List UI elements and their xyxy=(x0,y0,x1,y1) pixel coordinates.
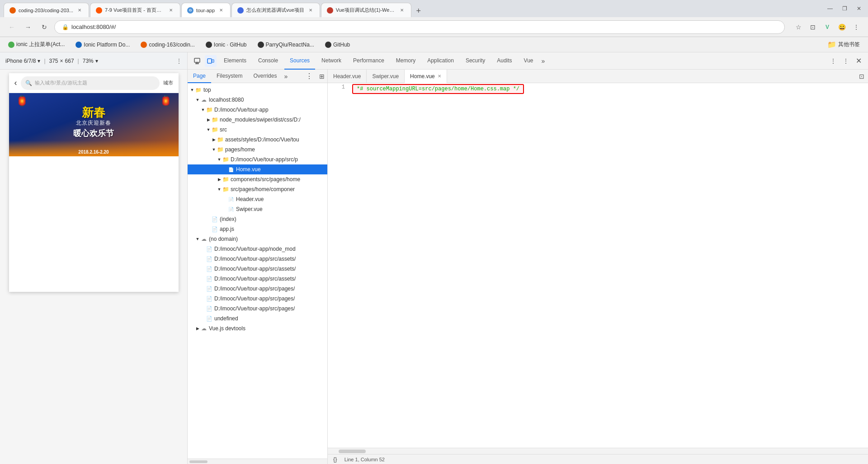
tree-item-src[interactable]: ▼ 📁 src xyxy=(188,125,327,135)
tree-item-full-path[interactable]: ▼ 📁 D:/imooc/Vue/tour-app/src/p xyxy=(188,155,327,164)
tree-item-src-pages-home[interactable]: ▼ 📁 src/pages/home/componer xyxy=(188,184,327,194)
device-toolbar-more[interactable]: ⋮ xyxy=(176,58,182,64)
phone-back-button[interactable]: ‹ xyxy=(14,78,17,88)
minimize-button[interactable]: — xyxy=(825,3,835,14)
zoom-dropdown-icon: ▾ xyxy=(95,58,98,64)
bookmark-star-icon[interactable]: ☆ xyxy=(792,21,805,33)
tab-vue-project[interactable]: 7-9 Vue项目首页 - 首页父... ✕ xyxy=(90,3,180,17)
tab-application[interactable]: Application xyxy=(422,52,459,70)
code-tab-home[interactable]: Home.vue ✕ xyxy=(405,70,447,83)
tab-sources[interactable]: Sources xyxy=(284,52,315,70)
sidebar-scrollbar-x[interactable] xyxy=(188,459,327,464)
tab-coding-203[interactable]: coding-203/coding-203... ✕ xyxy=(4,3,89,17)
tree-item-components[interactable]: ▶ 📁 components/src/pages/home xyxy=(188,174,327,184)
bookmark-ionic-platform[interactable]: Ionic Platform Do... xyxy=(73,40,132,49)
tree-item-assets[interactable]: ▶ 📁 assets/styles/D:/imooc/Vue/tou xyxy=(188,135,327,145)
tree-item-vue-devtools[interactable]: ▶ ☁ Vue.js devtools xyxy=(188,323,327,333)
vue-devtools-icon[interactable]: V xyxy=(821,21,834,33)
code-tab-swiper[interactable]: Swiper.vue xyxy=(367,70,405,83)
devtools-more-options-icon[interactable]: ⋮ xyxy=(840,55,852,67)
tree-item-undefined[interactable]: 📄 undefined xyxy=(188,314,327,323)
bookmark-coding163[interactable]: coding-163/codin... xyxy=(138,40,197,49)
tree-arrow-src: ▼ xyxy=(206,127,211,132)
file-icon-appjs: 📄 xyxy=(211,225,218,233)
tree-item-file-4[interactable]: 📄 D:/imooc/Vue/tour-app/src/assets/ xyxy=(188,274,327,284)
svg-rect-3 xyxy=(208,59,212,63)
tree-item-file-5[interactable]: 📄 D:/imooc/Vue/tour-app/src/pages/ xyxy=(188,284,327,294)
inspect-element-button[interactable] xyxy=(191,55,203,67)
tree-arrow-assets: ▶ xyxy=(211,137,217,142)
tab-close-3[interactable]: ✕ xyxy=(217,7,225,14)
sidebar-tab-overrides[interactable]: Overrides xyxy=(248,70,282,83)
tree-item-swiper-vue[interactable]: 📄 Swiper.vue xyxy=(188,204,327,214)
folder-icon-src: 📁 xyxy=(211,126,218,133)
sidebar-panel-toggle[interactable]: ⊡ xyxy=(859,73,864,80)
tab-vue[interactable]: Vue xyxy=(519,52,539,70)
bookmark-ionic[interactable]: ionic 上拉菜单(Act... xyxy=(5,39,67,50)
tree-item-file-6[interactable]: 📄 D:/imooc/Vue/tour-app/src/pages/ xyxy=(188,294,327,304)
reload-button[interactable]: ↻ xyxy=(38,21,51,33)
banner-text-sub: 北京庆迎新春 xyxy=(73,119,114,127)
code-scrollbar-x[interactable] xyxy=(328,448,868,454)
tree-item-node-modules[interactable]: ▶ 📁 node_modules/swiper/dist/css/D:/ xyxy=(188,115,327,125)
sidebar-tab-page[interactable]: Page xyxy=(188,70,211,83)
tab-performance[interactable]: Performance xyxy=(348,52,390,70)
devtools-close-button[interactable]: ✕ xyxy=(853,55,864,67)
tree-item-no-domain[interactable]: ▼ ☁ (no domain) xyxy=(188,234,327,244)
back-button[interactable]: ← xyxy=(5,21,18,33)
tree-item-file-3[interactable]: 📄 D:/imooc/Vue/tour-app/src/assets/ xyxy=(188,264,327,274)
tab-close-4[interactable]: ✕ xyxy=(307,7,314,14)
devtools-settings-icon[interactable]: ⋮ xyxy=(827,55,839,67)
tab-tour-app[interactable]: G tour-app ✕ xyxy=(181,3,231,17)
sidebar-tabs-more[interactable]: » xyxy=(282,70,289,83)
bookmark-ionic-github[interactable]: Ionic · GitHub xyxy=(203,40,250,49)
tree-item-pages-home[interactable]: ▼ 📁 pages/home xyxy=(188,145,327,155)
tab-network[interactable]: Network xyxy=(316,52,347,70)
phone-search-bar[interactable]: 🔍 输入城市/景点/游玩主题 xyxy=(21,76,160,90)
tree-item-localhost[interactable]: ▼ ☁ localhost:8080 xyxy=(188,95,327,105)
device-mode-button[interactable] xyxy=(205,55,217,67)
tab-audits[interactable]: Audits xyxy=(491,52,517,70)
maximize-button[interactable]: ❐ xyxy=(839,3,850,14)
code-tab-header[interactable]: Header.vue xyxy=(328,70,367,83)
new-tab-button[interactable]: + xyxy=(412,5,425,17)
sidebar-toggle-panel[interactable]: ⊞ xyxy=(316,70,327,83)
tree-item-file-2[interactable]: 📄 D:/imooc/Vue/tour-app/src/assets/ xyxy=(188,254,327,264)
sidebar-tab-filesystem[interactable]: Filesystem xyxy=(211,70,248,83)
bookmark-parryqiu[interactable]: ParryQiu/ReactNa... xyxy=(255,40,317,49)
other-bookmarks[interactable]: 📁 其他书签 xyxy=(825,39,863,50)
forward-button[interactable]: → xyxy=(22,21,34,33)
tab-bar: coding-203/coding-203... ✕ 7-9 Vue项目首页 -… xyxy=(4,0,821,17)
code-tab-close-home[interactable]: ✕ xyxy=(438,74,441,79)
tab-close-1[interactable]: ✕ xyxy=(76,7,83,14)
tree-item-index[interactable]: 📄 (index) xyxy=(188,214,327,224)
tab-close-2[interactable]: ✕ xyxy=(167,7,175,14)
tree-item-top[interactable]: ▼ 📁 top xyxy=(188,85,327,95)
phone-city-button[interactable]: 城市 xyxy=(163,80,173,86)
emoji-icon[interactable]: 😀 xyxy=(835,21,848,33)
tab-debug-vue[interactable]: 怎么在浏览器调试vue项目 ✕ xyxy=(231,3,320,17)
tab-security[interactable]: Security xyxy=(460,52,491,70)
bookmark-github[interactable]: GitHub xyxy=(322,40,353,49)
bookmark-label-1: ionic 上拉菜单(Act... xyxy=(16,41,65,48)
tab-close-5[interactable]: ✕ xyxy=(398,7,406,14)
cast-icon[interactable]: ⊡ xyxy=(807,21,819,33)
format-icon[interactable]: {} xyxy=(333,456,337,463)
sidebar-more-options[interactable]: ⋮ xyxy=(302,70,316,83)
address-input[interactable]: 🔒 localhost:8080/#/ xyxy=(54,20,785,34)
tree-item-home-vue[interactable]: 📄 Home.vue xyxy=(188,164,327,174)
tree-item-header-vue[interactable]: 📄 Header.vue xyxy=(188,194,327,204)
close-button[interactable]: ✕ xyxy=(854,3,864,14)
tab-elements[interactable]: Elements xyxy=(218,52,252,70)
tree-item-appjs[interactable]: 📄 app.js xyxy=(188,224,327,234)
devtools-more-tabs[interactable]: » xyxy=(540,57,547,65)
tree-item-file-7[interactable]: 📄 D:/imooc/Vue/tour-app/src/pages/ xyxy=(188,304,327,314)
tree-item-tourapp[interactable]: ▼ 📁 D:/imooc/Vue/tour-app xyxy=(188,105,327,115)
tab-vue-debug-summary[interactable]: Vue项目调试总结(1)-Web... ✕ xyxy=(321,3,411,17)
device-zoom-selector[interactable]: 73% ▾ xyxy=(83,58,98,64)
device-selector[interactable]: iPhone 6/7/8 ▾ xyxy=(5,58,40,64)
tree-item-file-1[interactable]: 📄 D:/imooc/Vue/tour-app/node_mod xyxy=(188,244,327,254)
tab-memory[interactable]: Memory xyxy=(391,52,421,70)
tab-console[interactable]: Console xyxy=(253,52,283,70)
menu-icon[interactable]: ⋮ xyxy=(850,21,863,33)
